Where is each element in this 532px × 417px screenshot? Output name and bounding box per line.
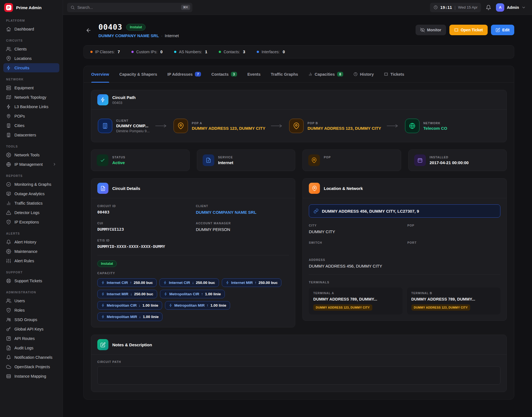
sidebar-item-users[interactable]: Users <box>3 296 59 305</box>
sidebar-item-label: Users <box>14 299 25 303</box>
chip-direction: ↑ <box>130 281 132 285</box>
tab-events[interactable]: Events <box>247 66 261 82</box>
sidebar-item-clients[interactable]: Clients <box>3 44 59 54</box>
sidebar-item-support-tickets[interactable]: Support Tickets <box>3 276 59 285</box>
field-switch: SWITCH <box>309 241 402 251</box>
sidebar-item-label: Traffic Statistics <box>14 201 43 205</box>
sidebar-item-dashboard[interactable]: Dashboard <box>3 24 59 34</box>
open-ticket-button[interactable]: Open Ticket <box>449 25 488 35</box>
logo-letter: P <box>6 5 11 10</box>
capacity-chip[interactable]: Metropolitan MIR↑1.00 linie <box>165 301 230 310</box>
tab-label: History <box>360 72 374 77</box>
capacity-chip[interactable]: Metropolitan CIR↑1.00 linie <box>160 290 225 298</box>
node-label: NETWORK <box>423 121 447 125</box>
arrow-right-icon <box>155 124 168 128</box>
user-menu[interactable]: A Admin <box>496 3 526 12</box>
sidebar-item-equipment[interactable]: Equipment <box>3 83 59 92</box>
sidebar-item-api-routes[interactable]: API Routes <box>3 334 59 343</box>
sidebar-item-label: Cities <box>14 123 24 128</box>
tab-traffic-graphs[interactable]: Traffic Graphs <box>271 66 298 82</box>
tab-badge: 7 <box>195 72 201 77</box>
pin-dot-icon <box>6 114 11 119</box>
sidebar-item-instance-mapping[interactable]: Instance Mapping <box>3 372 59 381</box>
sidebar-item-alert-rules[interactable]: Alert Rules <box>3 256 59 265</box>
sidebar-item-circuits[interactable]: Circuits <box>3 63 59 72</box>
lifebuoy-icon <box>6 278 11 283</box>
sidebar-item-ip-exceptions[interactable]: IP Exceptions <box>3 217 59 227</box>
back-button[interactable] <box>83 25 93 35</box>
capacity-chip[interactable]: Metropolitan CIR↓1.00 linie <box>97 301 162 310</box>
client-link[interactable]: DUMMY COMPANY NAME SRL <box>98 33 159 38</box>
bolt-icon <box>169 304 172 307</box>
panel-body: Circuit Path 00403 CLIENTDUMMY COMP...Di… <box>84 83 514 399</box>
sidebar-item-traffic-statistics[interactable]: Traffic Statistics <box>3 199 59 208</box>
tab-tickets[interactable]: Tickets <box>384 66 404 82</box>
sidebar-item-maintenance[interactable]: Maintenance <box>3 247 59 256</box>
status-value <box>324 160 331 165</box>
sidebar-item-label: Global API Keys <box>14 327 44 331</box>
status-value: 2017-04-21 00:00:00 <box>430 160 469 165</box>
status-text: STATUSActive <box>112 156 125 165</box>
sidebar-item-notification-channels[interactable]: Notification Channels <box>3 353 59 362</box>
location-network-card: Location & Network DUMMY ADDRESS 456, DU… <box>302 178 507 321</box>
sidebar-item-ip-management[interactable]: IP Management <box>3 160 59 169</box>
sidebar-item-label: Audit Logs <box>14 346 34 350</box>
stats-row: IP Classes:7Custom IPs:0AS Numbers:1Cont… <box>83 45 514 59</box>
sidebar-item-roles[interactable]: Roles <box>3 306 59 315</box>
separator-dot: · <box>161 33 162 38</box>
sidebar-item-audit-logs[interactable]: Audit Logs <box>3 343 59 352</box>
sidebar: P Prime Admin PLATFORMDashboardCIRCUITSC… <box>0 0 63 417</box>
logo-row[interactable]: P Prime Admin <box>0 0 63 15</box>
sidebar-item-pops[interactable]: POPs <box>3 111 59 121</box>
sidebar-item-network-tools[interactable]: Network Tools <box>3 150 59 159</box>
notifications-bell-icon[interactable] <box>486 5 491 10</box>
sidebar-item-global-api-keys[interactable]: Global API Keys <box>3 324 59 334</box>
tab-capacity-shapers[interactable]: Capacity & Shapers <box>119 66 157 82</box>
monitor-button[interactable]: Monitor <box>416 25 446 35</box>
capacity-chip[interactable]: Internet MIR↓250.00 buc <box>97 290 157 298</box>
pin-icon <box>308 154 320 166</box>
node-label: CLIENT <box>116 119 150 122</box>
button-label: Edit <box>502 28 510 32</box>
edit-button[interactable]: Edit <box>491 25 514 35</box>
map-pin-icon <box>309 183 320 194</box>
sidebar-item-datacenters[interactable]: Datacenters <box>3 130 59 139</box>
sidebar-item-detector-logs[interactable]: Detector Logs <box>3 208 59 217</box>
field-value: DUMMY PERSON <box>196 227 289 232</box>
tab-history[interactable]: History <box>353 66 374 82</box>
sidebar-item-monitoring-graphs[interactable]: Monitoring & Graphs <box>3 180 59 189</box>
address-link[interactable]: DUMMY ADDRESS 456, DUMMY CITY, LC27307, … <box>309 204 500 218</box>
capacity-chip[interactable]: Metropolitan MIR↓1.00 linie <box>97 312 162 321</box>
bolt-icon <box>226 281 229 284</box>
capacity-chip[interactable]: Internet CIR↓250.00 buc <box>159 278 219 287</box>
stat-dot <box>174 51 176 53</box>
status-text: INSTALLED2017-04-21 00:00:00 <box>430 156 469 165</box>
globe-icon <box>405 119 419 133</box>
sidebar-item-alert-history[interactable]: Alert History <box>3 237 59 246</box>
sidebar-item-sso-groups[interactable]: SSO Groups <box>3 315 59 324</box>
circuit-path-textarea[interactable] <box>97 366 500 385</box>
sidebar-item-l3-backbone-links[interactable]: L3 Backbone Links <box>3 102 59 111</box>
search-box[interactable]: ⌘K <box>67 3 192 12</box>
tab-capacities[interactable]: Capacities8 <box>308 66 343 82</box>
tab-label: Capacity & Shapers <box>119 72 157 77</box>
warning-icon <box>6 210 11 215</box>
field-value-link[interactable]: DUMMY COMPANY NAME SRL <box>196 210 289 215</box>
search-input[interactable] <box>77 5 179 10</box>
sidebar-item-locations[interactable]: Locations <box>3 54 59 63</box>
chip-label: Metropolitan MIR <box>107 315 137 319</box>
sidebar-item-outage-analytics[interactable]: Outage Analytics <box>3 189 59 198</box>
tab-badge: 8 <box>337 72 343 77</box>
tab-contacts[interactable]: Contacts3 <box>211 66 237 82</box>
sidebar-item-openstack-projects[interactable]: OpenStack Projects <box>3 362 59 371</box>
sidebar-item-network-topology[interactable]: Network Topology <box>3 93 59 102</box>
sidebar-item-cities[interactable]: Cities <box>3 121 59 130</box>
tab-overview[interactable]: Overview <box>91 66 109 82</box>
capacity-chip[interactable]: Internet CIR↑250.00 buc <box>97 278 157 287</box>
node-name: DUMMY ADDRESS 123, DUMMY CITY <box>307 126 381 131</box>
sidebar-item-label: Alert History <box>14 240 36 244</box>
capacity-chip[interactable]: Internet MIR↑250.00 buc <box>222 278 282 287</box>
field-label: POP <box>408 224 501 227</box>
field-label: CITY <box>309 224 402 227</box>
tab-ip-addresses[interactable]: IP Addresses7 <box>167 66 201 82</box>
